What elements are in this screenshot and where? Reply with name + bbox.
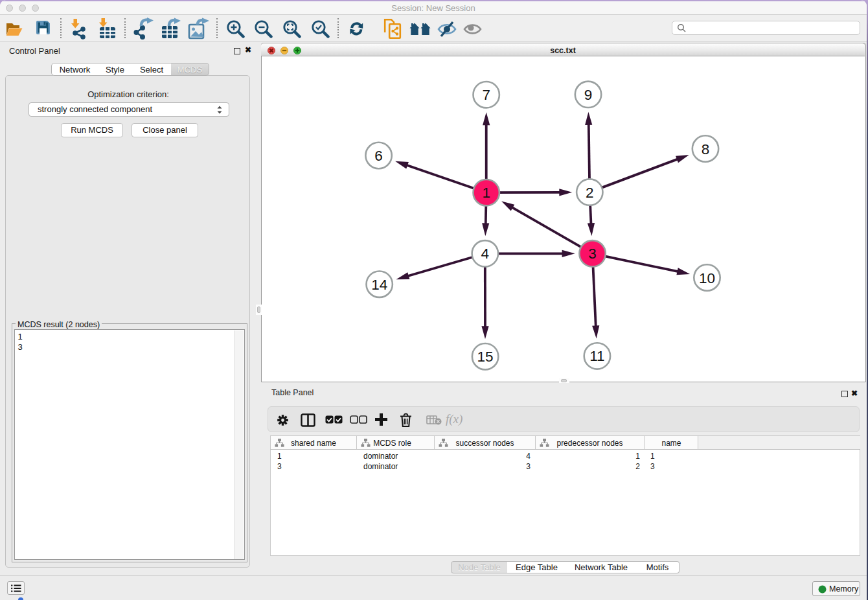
svg-text:14: 14 — [371, 277, 387, 293]
svg-text:2: 2 — [586, 185, 594, 201]
svg-text:15: 15 — [477, 349, 494, 365]
svg-text:9: 9 — [584, 87, 593, 103]
svg-text:3: 3 — [588, 246, 597, 262]
svg-text:8: 8 — [702, 141, 710, 157]
svg-text:7: 7 — [482, 87, 490, 103]
svg-text:11: 11 — [589, 348, 604, 364]
svg-text:4: 4 — [481, 246, 490, 262]
svg-text:6: 6 — [374, 148, 383, 164]
svg-text:1: 1 — [482, 185, 490, 201]
svg-text:10: 10 — [699, 270, 715, 286]
